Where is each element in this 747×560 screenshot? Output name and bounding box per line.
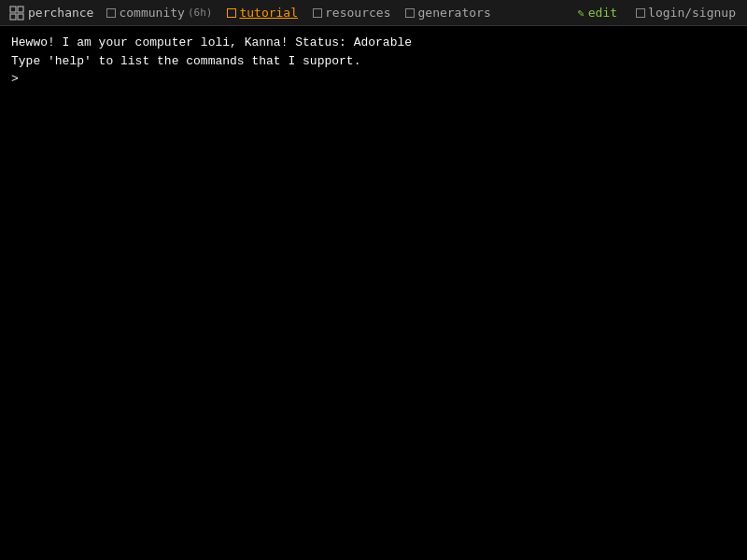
login-nav-icon — [636, 8, 645, 18]
generators-nav-icon — [405, 8, 415, 18]
community-badge: (6h) — [188, 7, 213, 19]
nav-item-resources[interactable]: resources — [305, 0, 398, 25]
tutorial-label: tutorial — [239, 6, 298, 20]
nav-item-community[interactable]: community (6h) — [99, 0, 219, 25]
svg-rect-0 — [10, 7, 16, 12]
terminal-line2: Type 'help' to list the commands that I … — [11, 54, 360, 68]
nav-item-generators[interactable]: generators — [398, 0, 498, 25]
tutorial-nav-icon — [227, 8, 236, 18]
navbar: perchance community (6h) tutorial resour… — [0, 0, 747, 26]
login-label: login/signup — [648, 6, 736, 20]
logo-text: perchance — [28, 6, 93, 20]
logo-icon — [9, 6, 24, 21]
terminal-prompt: > — [11, 72, 19, 86]
pencil-icon: ✎ — [578, 7, 585, 20]
terminal-line1: Hewwo! I am your computer loli, Kanna! S… — [11, 35, 412, 49]
generators-label: generators — [417, 6, 490, 20]
nav-right: ✎ edit login/signup — [571, 6, 743, 20]
svg-rect-2 — [10, 14, 16, 20]
resources-label: resources — [325, 6, 390, 20]
edit-link[interactable]: ✎ edit — [571, 6, 626, 20]
terminal[interactable]: Hewwo! I am your computer loli, Kanna! S… — [0, 26, 747, 560]
svg-rect-3 — [18, 14, 23, 20]
logo-link[interactable]: perchance — [4, 6, 99, 21]
resources-nav-icon — [313, 8, 322, 18]
login-link[interactable]: login/signup — [628, 6, 743, 20]
edit-label: edit — [588, 6, 617, 20]
community-label: community — [119, 6, 184, 20]
nav-item-tutorial[interactable]: tutorial — [219, 0, 305, 25]
community-nav-icon — [106, 8, 116, 18]
svg-rect-1 — [18, 7, 23, 12]
